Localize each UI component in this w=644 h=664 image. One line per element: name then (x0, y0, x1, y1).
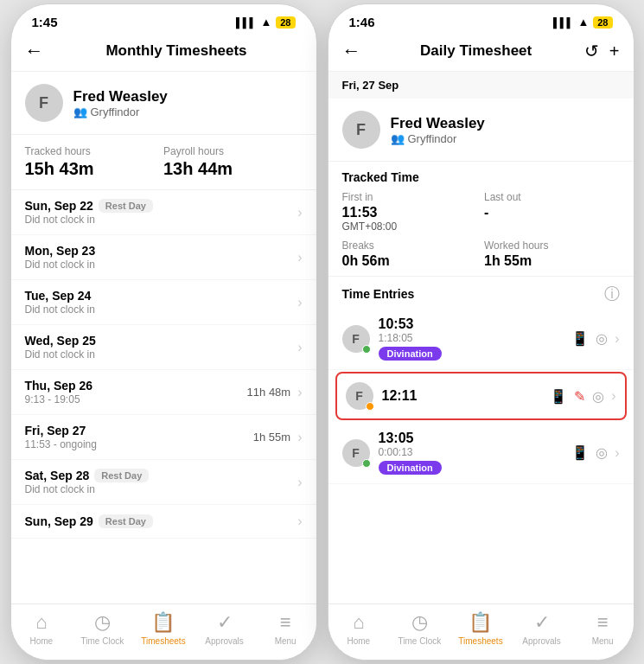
tab-label: Home (347, 636, 370, 646)
day-info: Sat, Sep 28 Rest Day Did not clock in (25, 469, 298, 495)
right-tab-timesheets[interactable]: 📋 Timesheets (450, 611, 512, 646)
right-tab-bar: ⌂ Home ◷ Time Clock 📋 Timesheets ✓ Appro… (328, 603, 634, 660)
history-icon[interactable]: ↺ (584, 41, 599, 61)
day-info: Wed, Sep 25 Did not clock in (25, 334, 298, 361)
tab-icon: ≡ (280, 611, 291, 634)
left-tab-time-clock[interactable]: ◷ Time Clock (72, 611, 133, 646)
day-sub: Did not clock in (25, 348, 298, 361)
day-item[interactable]: Sat, Sep 28 Rest Day Did not clock in › (11, 460, 316, 505)
day-label: Tue, Sep 24 (25, 289, 298, 303)
tracked-time-grid: First in 11:53 GMT+08:00 Last out - Brea… (328, 188, 634, 277)
day-item[interactable]: Fri, Sep 27 11:53 - ongoing 1h 55m › (11, 415, 316, 460)
right-signal-icon: ▌▌▌ (553, 17, 573, 28)
tab-label: Approvals (522, 636, 560, 646)
day-item[interactable]: Thu, Sep 26 9:13 - 19:05 11h 48m › (11, 370, 316, 415)
entry-duration: 1:18:05 (379, 332, 572, 344)
right-profile-group: 👥 Gryffindor (391, 132, 485, 145)
rest-badge: Rest Day (94, 469, 149, 482)
entries-title: Time Entries (342, 287, 604, 301)
left-profile-section: F Fred Weasley 👥 Gryffindor (11, 72, 316, 135)
day-info: Sun, Sep 22 Rest Day Did not clock in (25, 199, 298, 226)
right-tab-home[interactable]: ⌂ Home (328, 611, 390, 646)
day-label: Sun, Sep 29 Rest Day (25, 514, 298, 528)
left-status-bar: 1:45 ▌▌▌ ▲ 28 (11, 4, 316, 33)
left-tab-menu[interactable]: ≡ Menu (255, 611, 316, 646)
entry-details: 10:53 1:18:05 Divination (379, 316, 572, 361)
entry-actions: 📱 ◎ › (571, 444, 619, 461)
right-status-icons: ▌▌▌ ▲ 28 (553, 16, 613, 29)
entries-header: Time Entries ⓘ (328, 277, 634, 308)
edit-icon[interactable]: ✎ (574, 388, 585, 405)
entry-details: 12:11 (382, 388, 551, 404)
day-sub: Did not clock in (25, 303, 298, 316)
entry-time: 13:05 (379, 431, 572, 446)
entries-list: F 10:53 1:18:05 Divination 📱 ◎ › F 12:11… (328, 308, 634, 603)
phone-icon[interactable]: 📱 (571, 444, 589, 461)
tab-icon: ✓ (534, 611, 550, 634)
right-tab-approvals[interactable]: ✓ Approvals (511, 611, 572, 646)
tracked-hours-value: 15h 43m (25, 159, 164, 179)
date-badge: Fri, 27 Sep (328, 72, 634, 99)
entry-actions: 📱 ◎ › (571, 330, 619, 347)
tab-icon: 📋 (151, 611, 175, 634)
phone-icon[interactable]: 📱 (550, 388, 567, 405)
left-profile-info: Fred Weasley 👥 Gryffindor (73, 88, 168, 118)
right-wifi-icon: ▲ (577, 16, 589, 29)
last-out-label: Last out (484, 191, 620, 203)
breaks-value: 0h 56m (342, 253, 478, 269)
tab-icon: 📋 (469, 611, 492, 634)
chevron-right-icon: › (611, 388, 615, 404)
right-back-button[interactable]: ← (342, 40, 361, 62)
location-icon[interactable]: ◎ (596, 330, 608, 347)
chevron-right-icon: › (297, 295, 302, 310)
day-label: Sat, Sep 28 Rest Day (25, 469, 298, 482)
tab-label: Time Clock (81, 636, 124, 646)
day-label: Wed, Sep 25 (25, 334, 298, 348)
right-status-bar: 1:46 ▌▌▌ ▲ 28 (328, 4, 634, 33)
day-sub: 11:53 - ongoing (25, 438, 253, 450)
day-item[interactable]: Tue, Sep 24 Did not clock in › (11, 280, 316, 325)
info-icon[interactable]: ⓘ (604, 284, 620, 304)
left-tab-home[interactable]: ⌂ Home (11, 611, 73, 646)
day-info: Sun, Sep 29 Rest Day (25, 514, 298, 528)
left-profile-group: 👥 Gryffindor (73, 105, 168, 118)
day-info: Thu, Sep 26 9:13 - 19:05 (25, 379, 247, 405)
left-back-button[interactable]: ← (25, 40, 44, 62)
left-tab-approvals[interactable]: ✓ Approvals (194, 611, 255, 646)
right-profile-info: Fred Weasley 👥 Gryffindor (391, 115, 485, 145)
tab-icon: ◷ (94, 611, 111, 634)
worked-hours-cell: Worked hours 1h 55m (484, 239, 620, 269)
entry-row[interactable]: F 12:11 📱 ✎ ◎ › (335, 372, 627, 420)
wifi-icon: ▲ (260, 16, 271, 29)
chevron-right-icon: › (297, 205, 302, 220)
day-item[interactable]: Sun, Sep 29 Rest Day › (11, 505, 316, 539)
first-in-cell: First in 11:53 GMT+08:00 (342, 191, 478, 233)
day-item[interactable]: Mon, Sep 23 Did not clock in › (11, 235, 316, 280)
group-icon: 👥 (73, 105, 87, 118)
phone-icon[interactable]: 📱 (571, 330, 589, 347)
entry-row[interactable]: F 13:05 0:00:13 Divination 📱 ◎ › (328, 422, 634, 484)
location-icon[interactable]: ◎ (592, 388, 604, 405)
tab-label: Timesheets (458, 636, 502, 646)
right-tab-menu[interactable]: ≡ Menu (572, 611, 634, 646)
entry-row[interactable]: F 10:53 1:18:05 Divination 📱 ◎ › (328, 308, 634, 370)
day-item[interactable]: Sun, Sep 22 Rest Day Did not clock in › (11, 190, 316, 235)
entry-avatar: F (342, 325, 370, 353)
tracked-time-title: Tracked Time (328, 162, 634, 188)
right-group-icon: 👥 (391, 132, 405, 145)
chevron-right-icon: › (297, 514, 302, 529)
add-icon[interactable]: + (609, 42, 620, 61)
last-out-cell: Last out - (484, 191, 620, 233)
left-stats-row: Tracked hours 15h 43m Payroll hours 13h … (11, 135, 316, 190)
tab-label: Menu (592, 636, 614, 646)
location-icon[interactable]: ◎ (596, 444, 608, 461)
right-tab-time-clock[interactable]: ◷ Time Clock (389, 611, 450, 646)
day-item[interactable]: Wed, Sep 25 Did not clock in › (11, 325, 316, 370)
tab-icon: ◷ (411, 611, 428, 634)
left-tab-timesheets[interactable]: 📋 Timesheets (133, 611, 194, 646)
tracked-hours-stat: Tracked hours 15h 43m (25, 145, 164, 179)
day-label: Fri, Sep 27 (25, 424, 253, 437)
payroll-hours-value: 13h 44m (163, 159, 303, 179)
first-in-tz: GMT+08:00 (342, 220, 478, 233)
entry-actions: 📱 ✎ ◎ › (550, 388, 615, 405)
